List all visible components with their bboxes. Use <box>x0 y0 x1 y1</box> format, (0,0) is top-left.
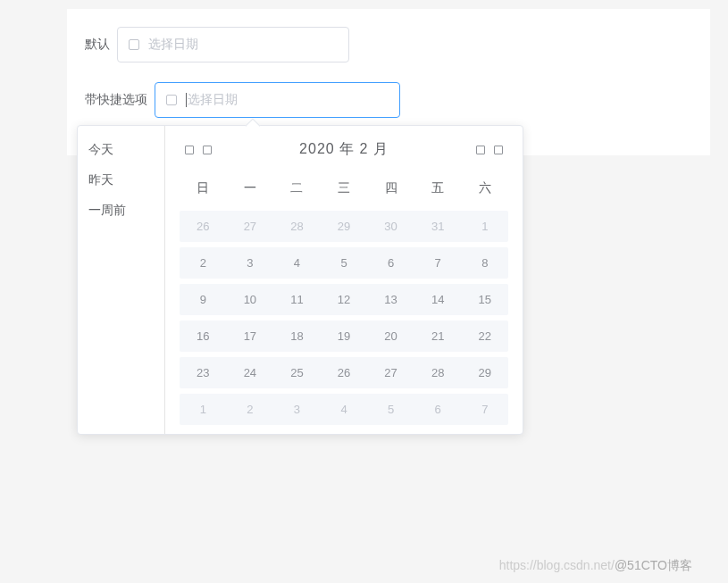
shortcut-week-ago[interactable]: 一周前 <box>78 196 164 226</box>
date-picker-popover: 今天 昨天 一周前 2020 年 2 月 日一二三四五六 26272829303… <box>77 125 523 435</box>
weekday-header: 二 <box>273 175 321 202</box>
day-cell[interactable]: 3 <box>273 394 321 425</box>
date-input-default[interactable]: 选择日期 <box>117 27 349 62</box>
weekday-header: 四 <box>367 175 414 202</box>
calendar-header: 2020 年 2 月 <box>180 140 508 159</box>
day-cell[interactable]: 11 <box>273 284 321 315</box>
day-cell[interactable]: 19 <box>321 321 368 352</box>
placeholder-default: 选择日期 <box>148 37 198 53</box>
shortcut-today[interactable]: 今天 <box>78 135 164 165</box>
shortcut-yesterday[interactable]: 昨天 <box>78 165 164 196</box>
day-cell[interactable]: 9 <box>180 284 227 315</box>
calendar-icon <box>166 95 177 105</box>
day-cell[interactable]: 25 <box>273 357 321 388</box>
weekday-header: 六 <box>461 175 508 202</box>
prev-year-icon[interactable] <box>185 146 194 154</box>
form-row-shortcuts: 带快捷选项 选择日期 <box>85 82 692 118</box>
label-shortcuts: 带快捷选项 <box>85 92 147 108</box>
text-cursor <box>186 93 187 107</box>
day-cell[interactable]: 29 <box>461 357 508 388</box>
day-cell[interactable]: 17 <box>227 321 274 352</box>
calendar-panel: 2020 年 2 月 日一二三四五六 262728293031123456789… <box>165 126 523 434</box>
day-cell[interactable]: 26 <box>321 357 368 388</box>
placeholder-shortcuts: 选择日期 <box>188 92 238 108</box>
day-cell[interactable]: 7 <box>461 394 508 425</box>
day-cell[interactable]: 4 <box>273 247 321 279</box>
day-cell[interactable]: 28 <box>273 211 321 242</box>
day-cell[interactable]: 3 <box>227 247 274 279</box>
prev-month-icon[interactable] <box>203 146 212 154</box>
day-cell[interactable]: 2 <box>227 394 274 425</box>
week-row: 2627282930311 <box>180 211 508 242</box>
week-row: 23242526272829 <box>180 357 508 388</box>
day-cell[interactable]: 1 <box>180 394 227 425</box>
weekday-header: 日 <box>180 175 227 202</box>
day-cell[interactable]: 22 <box>461 321 508 352</box>
day-cell[interactable]: 2 <box>180 247 227 279</box>
day-cell[interactable]: 23 <box>180 357 227 388</box>
watermark: https://blog.csdn.net/@51CTO博客 <box>499 558 692 574</box>
day-cell[interactable]: 27 <box>227 211 274 242</box>
calendar-title: 2020 年 2 月 <box>299 140 389 159</box>
day-cell[interactable]: 4 <box>321 394 368 425</box>
weeks-grid: 2627282930311234567891011121314151617181… <box>180 211 508 425</box>
weekday-header: 一 <box>227 175 274 202</box>
day-cell[interactable]: 18 <box>273 321 321 352</box>
day-cell[interactable]: 7 <box>414 247 462 279</box>
week-row: 1234567 <box>180 394 508 425</box>
day-cell[interactable]: 12 <box>321 284 368 315</box>
nav-next-group <box>476 146 503 154</box>
day-cell[interactable]: 30 <box>367 211 414 242</box>
day-cell[interactable]: 5 <box>367 394 414 425</box>
day-cell[interactable]: 14 <box>414 284 462 315</box>
day-cell[interactable]: 5 <box>321 247 368 279</box>
label-default: 默认 <box>85 37 110 53</box>
day-cell[interactable]: 24 <box>227 357 274 388</box>
day-cell[interactable]: 20 <box>367 321 414 352</box>
day-cell[interactable]: 29 <box>321 211 368 242</box>
day-cell[interactable]: 21 <box>414 321 462 352</box>
day-cell[interactable]: 10 <box>227 284 274 315</box>
week-row: 16171819202122 <box>180 321 508 352</box>
weekday-header: 五 <box>414 175 462 202</box>
weekday-row: 日一二三四五六 <box>180 175 508 202</box>
day-cell[interactable]: 16 <box>180 321 227 352</box>
day-cell[interactable]: 6 <box>367 247 414 279</box>
day-cell[interactable]: 8 <box>461 247 508 279</box>
week-row: 2345678 <box>180 247 508 279</box>
date-input-shortcuts[interactable]: 选择日期 <box>155 82 400 118</box>
nav-prev-group <box>185 146 212 154</box>
week-row: 9101112131415 <box>180 284 508 315</box>
calendar-icon <box>129 39 139 50</box>
form-row-default: 默认 选择日期 <box>85 27 692 62</box>
day-cell[interactable]: 31 <box>414 211 462 242</box>
shortcuts-panel: 今天 昨天 一周前 <box>78 126 165 434</box>
next-month-icon[interactable] <box>476 146 485 154</box>
weekday-header: 三 <box>321 175 368 202</box>
day-cell[interactable]: 28 <box>414 357 462 388</box>
watermark-csdn: https://blog.csdn.net/ <box>499 558 615 572</box>
day-cell[interactable]: 13 <box>367 284 414 315</box>
day-cell[interactable]: 1 <box>461 211 508 242</box>
day-cell[interactable]: 15 <box>461 284 508 315</box>
next-year-icon[interactable] <box>494 146 503 154</box>
day-cell[interactable]: 27 <box>367 357 414 388</box>
watermark-cto: @51CTO博客 <box>615 558 692 572</box>
day-cell[interactable]: 26 <box>180 211 227 242</box>
day-cell[interactable]: 6 <box>414 394 462 425</box>
